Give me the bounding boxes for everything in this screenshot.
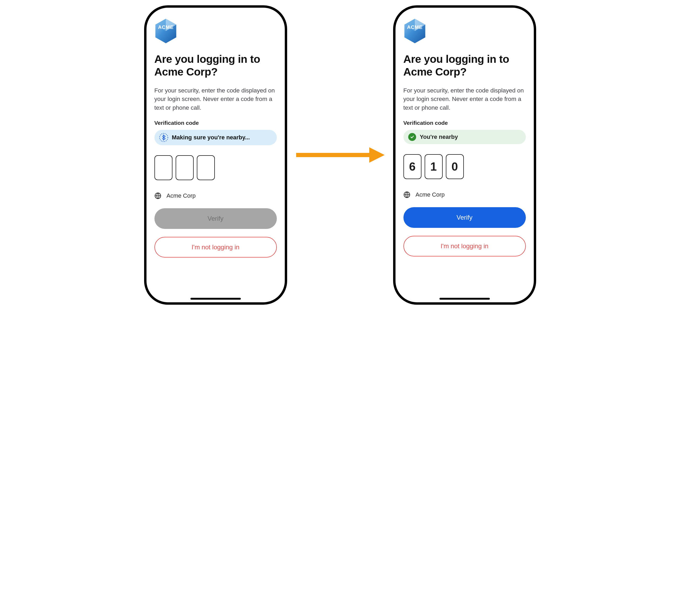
verification-code-label: Verification code [403, 120, 526, 126]
checkmark-icon [408, 133, 416, 141]
transition-arrow [295, 146, 385, 164]
brand-logo: ACME [154, 18, 277, 45]
proximity-status-text: You're nearby [420, 134, 458, 140]
brand-name: ACME [158, 24, 173, 30]
requesting-org: Acme Corp [154, 192, 277, 199]
requesting-org: Acme Corp [403, 191, 526, 198]
phone-frame-before: ACME Are you logging in to Acme Corp? Fo… [144, 5, 287, 305]
brand-name: ACME [407, 24, 423, 30]
verification-code-inputs: 6 1 0 [403, 154, 526, 179]
arrow-right-icon [295, 146, 385, 164]
page-title: Are you logging in to Acme Corp? [154, 53, 277, 78]
security-instructions: For your security, enter the code displa… [154, 86, 277, 112]
home-indicator[interactable] [440, 298, 490, 300]
acme-hex-logo: ACME [154, 18, 177, 44]
code-digit-3[interactable] [197, 155, 215, 180]
proximity-status-text: Making sure you're nearby... [172, 134, 250, 141]
code-digit-1[interactable]: 6 [403, 154, 421, 179]
code-digit-1[interactable] [154, 155, 172, 180]
deny-button[interactable]: I'm not logging in [403, 236, 526, 256]
two-state-comparison: ACME Are you logging in to Acme Corp? Fo… [5, 5, 675, 305]
verification-code-label: Verification code [154, 120, 277, 126]
verify-button: Verify [154, 208, 277, 229]
bluetooth-scanning-icon [159, 133, 168, 142]
code-digit-3[interactable]: 0 [446, 154, 464, 179]
verification-code-inputs [154, 155, 277, 180]
acme-hex-logo: ACME [403, 18, 426, 44]
page-title: Are you logging in to Acme Corp? [403, 53, 526, 78]
home-indicator[interactable] [191, 298, 241, 300]
org-name: Acme Corp [416, 191, 445, 198]
phone-frame-after: ACME Are you logging in to Acme Corp? Fo… [393, 5, 536, 305]
globe-icon [154, 192, 161, 199]
code-digit-2[interactable] [176, 155, 194, 180]
brand-logo: ACME [403, 18, 526, 45]
proximity-status-checking: Making sure you're nearby... [154, 130, 277, 145]
svg-marker-6 [369, 147, 385, 163]
globe-icon [403, 191, 410, 198]
org-name: Acme Corp [167, 192, 196, 199]
proximity-status-nearby: You're nearby [403, 130, 526, 144]
code-digit-2[interactable]: 1 [425, 154, 443, 179]
verify-button[interactable]: Verify [403, 207, 526, 228]
deny-button[interactable]: I'm not logging in [154, 237, 277, 257]
security-instructions: For your security, enter the code displa… [403, 86, 526, 112]
